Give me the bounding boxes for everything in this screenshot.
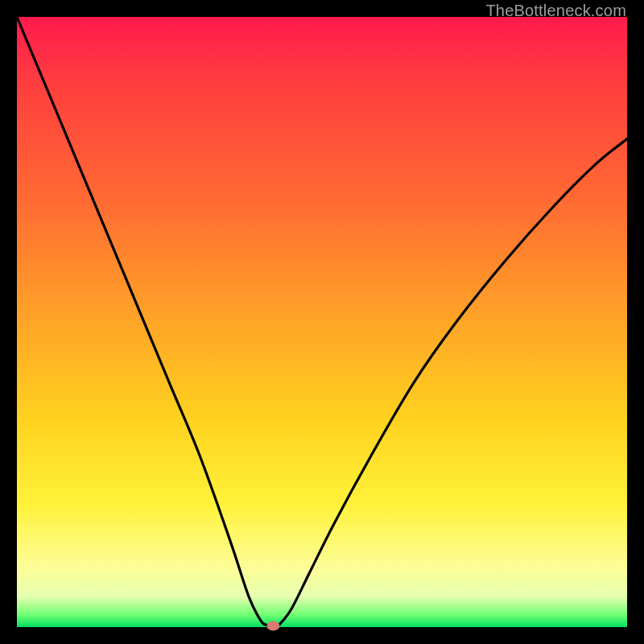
min-marker	[266, 621, 279, 630]
curve-svg	[17, 17, 627, 627]
plot-area	[17, 17, 627, 627]
chart-frame: TheBottleneck.com	[0, 0, 644, 644]
watermark-text: TheBottleneck.com	[485, 2, 626, 20]
bottleneck-curve	[17, 17, 627, 627]
